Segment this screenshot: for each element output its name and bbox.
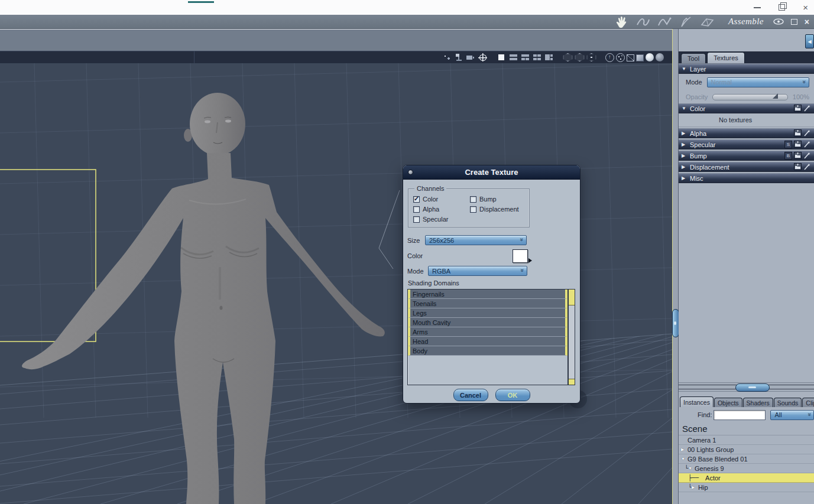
checkbox-displacement[interactable] <box>470 206 476 213</box>
scene-graph-icon[interactable] <box>454 53 464 61</box>
specular-section-header[interactable]: ▶SpecularS <box>679 139 814 149</box>
hand-tool-icon[interactable] <box>614 15 630 28</box>
domain-row-arms[interactable]: Arms <box>408 327 567 337</box>
collapse-panel-button[interactable]: ◀ <box>805 34 814 48</box>
magic-wand-icon[interactable] <box>803 105 811 113</box>
bump-section-header[interactable]: ▶BumpB <box>679 151 814 161</box>
layout-two-rows-icon[interactable] <box>508 53 518 61</box>
import-texture-icon[interactable] <box>794 105 802 113</box>
tree-item-hip[interactable]: └▶Hip <box>679 483 814 492</box>
find-input[interactable] <box>714 410 766 420</box>
show-points-icon[interactable] <box>616 53 625 62</box>
tab-textures[interactable]: Textures <box>707 52 745 63</box>
magic-wand-icon[interactable] <box>803 163 811 171</box>
textured-sphere-icon[interactable] <box>656 53 664 61</box>
domains-scrollbar[interactable] <box>568 289 575 385</box>
eye-icon[interactable] <box>773 17 784 27</box>
dialog-titlebar[interactable]: Create Texture <box>403 165 580 180</box>
tab-instances[interactable]: Instances <box>680 396 714 407</box>
magic-wand-icon[interactable] <box>803 129 811 138</box>
shading-domains-list[interactable]: FingernailsToenailsLegsMouth CavityArmsH… <box>407 289 568 385</box>
tab-sounds[interactable]: Sounds <box>774 398 802 407</box>
cancel-button[interactable]: Cancel <box>453 389 488 401</box>
panel-close-icon[interactable]: × <box>805 18 809 26</box>
tree-item-genesis-9[interactable]: └▼Genesis 9 <box>679 464 814 473</box>
channel-option-displacement[interactable]: Displacement <box>470 206 531 213</box>
tab-clips[interactable]: Clips <box>802 398 814 407</box>
domain-row-legs[interactable]: Legs <box>408 308 567 318</box>
layout-one-plus-two-icon[interactable] <box>544 53 554 61</box>
tree-item-camera-1[interactable]: Camera 1 <box>679 435 814 445</box>
checkbox-color[interactable] <box>413 196 420 203</box>
tab-tool[interactable]: Tool <box>681 53 706 63</box>
horizontal-splitter[interactable] <box>679 382 814 392</box>
curve-tool-icon[interactable] <box>656 15 673 28</box>
solid-cube-icon[interactable] <box>636 54 644 61</box>
color-swatch[interactable] <box>513 249 528 263</box>
alpha-section-header[interactable]: ▶Alpha <box>679 128 814 138</box>
chevron-down-icon[interactable]: ▼ <box>688 466 695 470</box>
layer-mode-dropdown[interactable]: Normal <box>707 77 809 87</box>
restore-icon[interactable] <box>779 4 785 11</box>
opacity-slider[interactable] <box>712 94 788 100</box>
layer-section-header[interactable]: ▼ Layer <box>679 64 814 74</box>
misc-section-header[interactable]: ▶Misc <box>679 173 814 183</box>
import-texture-icon[interactable] <box>794 129 802 138</box>
tree-item-g9-base-blended-01[interactable]: ▼G9 Base Blended 01 <box>679 454 814 464</box>
chevron-right-icon[interactable]: ▶ <box>692 485 698 490</box>
checkbox-bump[interactable] <box>470 196 476 203</box>
display-flat-icon[interactable] <box>586 53 596 61</box>
channel-option-specular[interactable]: Specular <box>413 216 470 223</box>
domain-row-toenails[interactable]: Toenails <box>408 299 567 308</box>
wire-cube-icon[interactable] <box>627 54 634 61</box>
layout-single-icon[interactable] <box>497 53 507 61</box>
splitter-handle[interactable] <box>735 383 770 392</box>
minimize-icon[interactable] <box>754 7 761 8</box>
tab-objects[interactable]: Objects <box>714 398 742 407</box>
dialog-menu-dot-icon[interactable] <box>408 170 413 175</box>
panel-restore-icon[interactable] <box>791 19 797 25</box>
channel-option-alpha[interactable]: Alpha <box>413 206 470 213</box>
pen-tool-icon[interactable] <box>677 15 694 28</box>
displacement-section-header[interactable]: ▶Displacement <box>679 162 814 172</box>
figure-genesis9[interactable] <box>22 93 385 504</box>
vertical-splitter[interactable] <box>672 29 679 504</box>
domain-row-head[interactable]: Head <box>408 337 567 346</box>
tab-shaders[interactable]: Shaders <box>743 398 773 407</box>
lights-icon[interactable] <box>442 53 452 61</box>
scrollbar-end[interactable] <box>569 379 575 385</box>
layout-four-grid-icon[interactable] <box>532 53 542 61</box>
domain-row-mouth-cavity[interactable]: Mouth Cavity <box>408 318 567 327</box>
ok-button[interactable]: OK <box>495 389 530 401</box>
import-texture-icon[interactable] <box>794 163 802 171</box>
display-box-icon[interactable] <box>563 53 573 61</box>
plane-tool-icon[interactable] <box>699 15 715 28</box>
magic-wand-icon[interactable] <box>803 152 811 160</box>
magic-wand-icon[interactable] <box>803 141 811 149</box>
close-icon[interactable]: × <box>803 3 808 12</box>
find-filter-dropdown[interactable]: All <box>770 410 814 420</box>
camera-icon[interactable] <box>466 53 476 61</box>
soft-move-tool-icon[interactable] <box>635 15 651 28</box>
opacity-slider-thumb[interactable] <box>773 93 778 99</box>
chevron-down-icon[interactable]: ▼ <box>681 457 687 461</box>
domain-row-body[interactable]: Body <box>408 346 567 356</box>
display-wireframe-icon[interactable] <box>575 53 585 61</box>
channel-option-bump[interactable]: Bump <box>470 196 531 203</box>
smooth-sphere-icon[interactable] <box>646 53 654 61</box>
layout-three-panes-icon[interactable] <box>520 53 530 61</box>
import-texture-icon[interactable] <box>794 152 802 160</box>
manipulator-icon[interactable] <box>478 53 488 61</box>
tree-item-00-lights-group[interactable]: ▶00 Lights Group <box>679 445 814 454</box>
checkbox-specular[interactable] <box>413 216 420 223</box>
size-dropdown[interactable]: 256x256 <box>425 235 527 245</box>
channel-option-color[interactable]: Color <box>413 196 470 203</box>
scrollbar-thumb[interactable] <box>569 290 575 305</box>
domain-row-fingernails[interactable]: Fingernails <box>408 290 567 299</box>
show-normals-icon[interactable] <box>605 53 614 62</box>
import-texture-icon[interactable] <box>794 141 802 149</box>
chevron-right-icon[interactable]: ▶ <box>681 447 687 452</box>
color-section-header[interactable]: ▼ Color <box>679 103 814 113</box>
tree-item-actor[interactable]: ├──Actor <box>679 473 814 483</box>
mode-dropdown[interactable]: RGBA <box>428 266 527 276</box>
